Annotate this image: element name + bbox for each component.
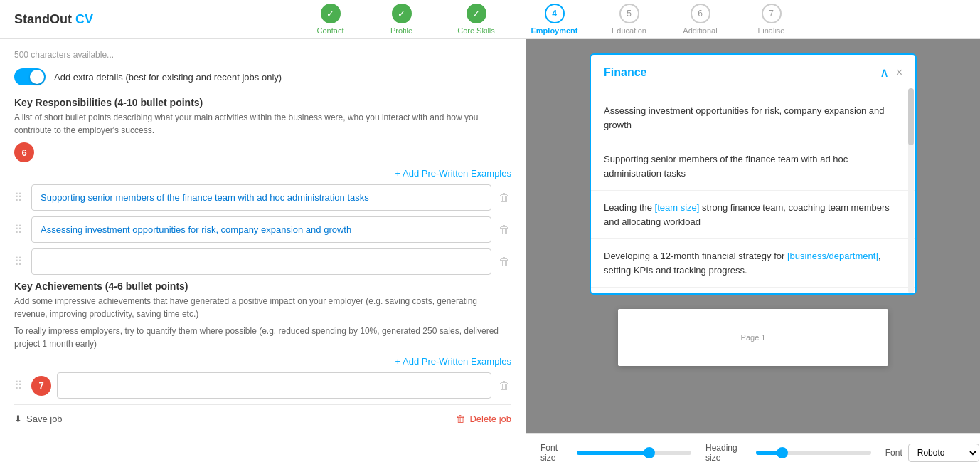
bullet-input-3[interactable] <box>31 248 491 275</box>
step-circle-finalise: 7 <box>762 4 782 23</box>
step-label-contact: Contact <box>317 26 344 35</box>
save-icon: ⬇ <box>14 414 22 424</box>
steps-nav: ✓ Contact ✓ Profile ✓ Core Skills 4 Empl… <box>136 4 966 35</box>
toggle-switch[interactable] <box>14 68 46 85</box>
bullet-row-2: ⠿ 🗑 <box>14 216 511 243</box>
key-achievements-section: Key Achievements (4-6 bullet points) Add… <box>14 280 511 399</box>
popup-close-button[interactable]: × <box>896 66 902 79</box>
achievements-desc2: To really impress employers, try to quan… <box>14 325 511 350</box>
bottom-actions: ⬇ Save job 🗑 Delete job <box>14 404 511 433</box>
bullet-row-3: ⠿ 🗑 <box>14 248 511 275</box>
add-examples-responsibilities[interactable]: + Add Pre-Written Examples <box>14 168 511 179</box>
trash-icon: 🗑 <box>456 414 465 424</box>
popup-header: Finance ∧ × <box>591 55 915 88</box>
step-circle-education: 5 <box>619 4 639 23</box>
cv-page-label: Page 1 <box>741 333 766 342</box>
logo-text1: StandOut <box>14 12 75 26</box>
step-circle-additional: 6 <box>691 4 710 23</box>
bullet-input-2[interactable] <box>31 216 491 243</box>
key-responsibilities-section: Key Responsibilities (4-10 bullet points… <box>14 97 511 275</box>
highlight-business-dept: [business/department] <box>787 251 878 261</box>
step-label-core-skills: Core Skills <box>457 26 495 35</box>
achievements-desc1: Add some impressive achievements that ha… <box>14 295 511 320</box>
achievements-title: Key Achievements (4-6 bullet points) <box>14 280 511 292</box>
popup-collapse-button[interactable]: ∧ <box>880 65 889 80</box>
popup-item-1[interactable]: Assessing investment opportunities for r… <box>591 94 915 142</box>
bottom-toolbar: Font size Heading size Font Roboto Arial <box>526 433 980 472</box>
heading-size-group: Heading size <box>705 443 871 463</box>
header: StandOut CV ✓ Contact ✓ Profile ✓ Core S… <box>0 0 980 39</box>
step-circle-profile: ✓ <box>392 4 412 23</box>
popup-item-2[interactable]: Supporting senior members of the finance… <box>591 142 915 191</box>
responsibilities-desc: A list of short bullet points describing… <box>14 111 511 137</box>
highlight-team-size: [team size] <box>655 202 700 213</box>
save-job-button[interactable]: ⬇ Save job <box>14 414 63 424</box>
delete-bullet-1[interactable]: 🗑 <box>497 192 511 204</box>
toggle-knob <box>30 70 44 84</box>
delete-bullet-3[interactable]: 🗑 <box>497 256 511 268</box>
font-select[interactable]: Roboto Arial Georgia <box>908 444 979 462</box>
achievement-bullet-row-1: ⠿ 7 🗑 <box>14 372 511 399</box>
scrollbar-thumb <box>908 88 914 145</box>
delete-job-button[interactable]: 🗑 Delete job <box>456 414 511 424</box>
achievement-badge-7: 7 <box>31 376 51 396</box>
popup-item-3[interactable]: Leading the [team size] strong finance t… <box>591 191 915 239</box>
drag-handle-1[interactable]: ⠿ <box>14 191 26 204</box>
chars-available: 500 characters available... <box>14 50 511 60</box>
cv-preview: Page 1 <box>618 309 888 366</box>
right-panel: Finance ∧ × Assessing investment opportu… <box>526 39 980 472</box>
badge-6: 6 <box>14 142 34 162</box>
step-circle-core-skills: ✓ <box>467 4 486 23</box>
bullet-row-1: ⠿ 🗑 <box>14 184 511 211</box>
responsibilities-title: Key Responsibilities (4-10 bullet points… <box>14 97 511 108</box>
popup-header-actions: ∧ × <box>880 65 902 80</box>
achievement-input-1[interactable] <box>57 372 491 399</box>
drag-handle-3[interactable]: ⠿ <box>14 255 26 268</box>
step-label-employment: Employment <box>531 26 577 35</box>
drag-handle-2[interactable]: ⠿ <box>14 223 26 236</box>
step-label-finalise: Finalise <box>758 26 785 35</box>
scrollbar-track <box>908 88 914 293</box>
font-size-label: Font size <box>540 443 571 463</box>
save-job-label: Save job <box>26 414 63 424</box>
heading-size-slider-track <box>756 451 871 455</box>
step-education[interactable]: 5 Education <box>594 4 665 35</box>
font-label: Font <box>885 448 902 458</box>
step-label-additional: Additional <box>683 26 717 35</box>
bullet-input-1[interactable] <box>31 184 491 211</box>
logo-text2: CV <box>75 12 93 26</box>
drag-handle-achievement-1[interactable]: ⠿ <box>14 379 26 392</box>
heading-size-slider-thumb[interactable] <box>777 447 788 458</box>
step-circle-contact: ✓ <box>321 4 341 23</box>
heading-size-label: Heading size <box>705 443 750 463</box>
toggle-row: Add extra details (best for existing and… <box>14 68 511 85</box>
toggle-label: Add extra details (best for existing and… <box>54 72 282 83</box>
add-examples-achievements[interactable]: + Add Pre-Written Examples <box>14 356 511 367</box>
heading-size-slider-fill <box>756 451 779 455</box>
step-label-education: Education <box>612 26 646 35</box>
font-group: Font Roboto Arial Georgia <box>885 444 979 462</box>
popup-item-4[interactable]: Developing a 12-month financial strategy… <box>591 239 915 288</box>
step-contact[interactable]: ✓ Contact <box>295 4 366 35</box>
step-label-profile: Profile <box>390 26 412 35</box>
delete-job-label: Delete job <box>469 414 511 424</box>
font-size-group: Font size <box>540 443 691 463</box>
step-profile[interactable]: ✓ Profile <box>366 4 437 35</box>
step-core-skills[interactable]: ✓ Core Skills <box>437 4 516 35</box>
popup-title: Finance <box>604 66 646 79</box>
logo: StandOut CV <box>14 12 93 27</box>
font-size-slider-track <box>577 451 691 455</box>
finance-popup: Finance ∧ × Assessing investment opportu… <box>590 53 917 295</box>
step-additional[interactable]: 6 Additional <box>665 4 736 35</box>
delete-achievement-1[interactable]: 🗑 <box>497 379 511 392</box>
font-size-slider-fill <box>577 451 645 455</box>
font-size-slider-thumb[interactable] <box>644 447 655 458</box>
step-circle-employment: 4 <box>545 4 565 23</box>
left-panel: 500 characters available... Add extra de… <box>0 39 526 472</box>
main-layout: 500 characters available... Add extra de… <box>0 39 980 472</box>
delete-bullet-2[interactable]: 🗑 <box>497 224 511 236</box>
step-finalise[interactable]: 7 Finalise <box>736 4 807 35</box>
step-employment[interactable]: 4 Employment <box>516 4 594 35</box>
popup-items-list: Assessing investment opportunities for r… <box>591 88 915 293</box>
